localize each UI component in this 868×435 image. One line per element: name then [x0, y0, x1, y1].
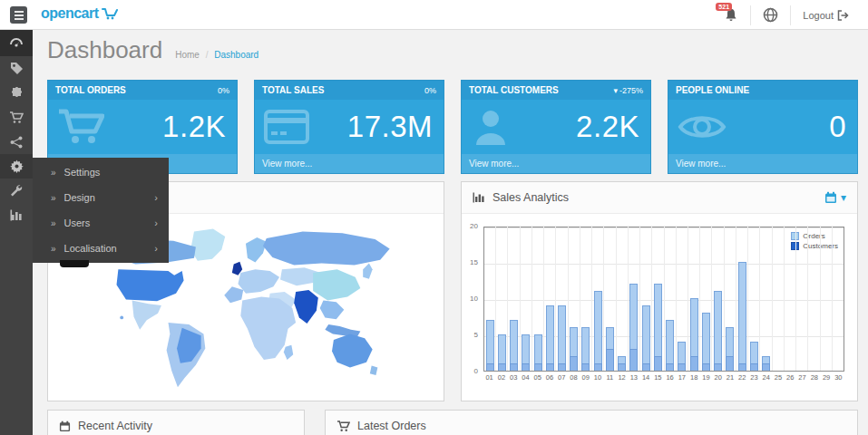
customers-bar [546, 363, 554, 371]
orders-bar [738, 262, 746, 371]
double-chevron-icon: » [51, 218, 56, 228]
x-tick-label: 10 [591, 373, 603, 382]
breadcrumb-current-link[interactable]: Dashboard [214, 50, 258, 60]
stores-button[interactable] [751, 0, 790, 30]
panel-title: Recent Activity [78, 420, 152, 432]
chart-slot [808, 226, 820, 371]
customers-bar [726, 356, 734, 371]
dashboard-icon [9, 37, 24, 50]
opencart-logo[interactable]: opencart [41, 5, 118, 22]
x-tick-label: 25 [772, 373, 784, 382]
submenu-item-settings[interactable]: »Settings [33, 160, 169, 185]
customers-bar [666, 363, 674, 371]
tile-title: PEOPLE ONLINE [676, 85, 749, 95]
x-tick-label: 04 [520, 373, 532, 382]
chart-slot [712, 226, 724, 371]
x-tick-label: 29 [820, 373, 832, 382]
logout-button[interactable]: Logout [791, 0, 861, 30]
sidebar-item-marketing[interactable] [0, 130, 33, 154]
customers-bar [581, 363, 590, 371]
x-tick-label: 05 [532, 373, 543, 382]
x-tick-label: 19 [700, 373, 712, 382]
cart-icon [9, 111, 24, 124]
sidebar-item-sales[interactable] [0, 105, 33, 130]
customers-bar [702, 363, 710, 371]
tile-value: 2.2K [576, 110, 639, 144]
x-tick-label: 24 [760, 373, 772, 382]
customers-bar [690, 356, 698, 371]
x-tick-label: 02 [495, 373, 507, 382]
sales-chart-plot: Orders Customers [483, 227, 844, 372]
y-tick-label: 5 [463, 331, 478, 339]
submenu-item-users[interactable]: »Users› [33, 210, 169, 236]
y-tick-label: 20 [463, 222, 478, 230]
view-more-link[interactable]: View more... [668, 154, 857, 173]
customers-bar [510, 363, 518, 371]
sales-chart-xlabels: 0102030405060708091011121314151617181920… [483, 373, 844, 382]
calendar-icon [824, 191, 837, 204]
recent-activity-header: Recent Activity [48, 411, 304, 435]
x-tick-label: 03 [508, 373, 520, 382]
tile-total-sales: TOTAL SALES 0% 17.3M View more... [254, 80, 444, 174]
chart-slot [785, 226, 796, 371]
submenu-notch [60, 260, 89, 267]
submenu-item-label: Settings [64, 167, 101, 178]
tile-change: -275% [619, 86, 643, 95]
view-more-link[interactable]: View more... [255, 154, 444, 173]
chart-slot [677, 226, 688, 371]
sidebar-item-system[interactable] [0, 154, 33, 179]
submenu-item-label: Users [64, 218, 91, 228]
tile-value: 17.3M [347, 110, 433, 144]
date-range-button[interactable]: ▾ [824, 191, 846, 204]
chart-slot [544, 226, 556, 371]
x-tick-label: 06 [543, 373, 555, 382]
x-tick-label: 12 [616, 373, 628, 382]
chart-slot [569, 226, 580, 371]
tile-change: 0% [424, 86, 436, 95]
sidebar-item-extensions[interactable] [0, 81, 33, 105]
logo-text: opencart [41, 5, 99, 22]
submenu-item-localisation[interactable]: »Localisation› [33, 236, 169, 261]
sidebar-item-tools[interactable] [0, 179, 33, 203]
chart-slot [700, 226, 712, 371]
x-tick-label: 23 [748, 373, 760, 382]
double-chevron-icon: » [51, 168, 56, 178]
logo-cart-icon [102, 7, 118, 20]
chart-slot [532, 226, 544, 371]
system-submenu: »Settings»Design›»Users›»Localisation› [33, 158, 169, 263]
user-icon [471, 107, 511, 147]
latest-orders-header: Latest Orders [326, 411, 857, 435]
tile-title: TOTAL ORDERS [55, 85, 126, 95]
wrench-icon [10, 185, 23, 198]
breadcrumb-home-link[interactable]: Home [175, 50, 200, 60]
customers-bar [486, 363, 494, 371]
customers-bar [534, 363, 542, 371]
submenu-item-design[interactable]: »Design› [33, 185, 169, 210]
sidebar-item-catalog[interactable] [0, 56, 33, 81]
sidebar-item-dashboard[interactable] [0, 30, 33, 56]
share-icon [10, 136, 23, 149]
chart-slot [833, 226, 844, 371]
customers-bar [738, 363, 746, 371]
tile-value: 0 [829, 110, 846, 144]
menu-toggle-button[interactable] [10, 6, 27, 24]
chart-slot [736, 226, 748, 371]
notifications-button[interactable]: 521 [712, 0, 750, 30]
x-tick-label: 21 [724, 373, 736, 382]
credit-card-icon [264, 110, 309, 144]
tag-icon [10, 62, 24, 75]
breadcrumb-separator: / [206, 50, 209, 60]
chart-slot [760, 226, 772, 371]
chart-slot [592, 226, 604, 371]
chart-slot [665, 226, 677, 371]
customers-bar [762, 363, 770, 371]
chart-slot [604, 226, 616, 371]
x-tick-label: 20 [712, 373, 724, 382]
x-tick-label: 13 [628, 373, 639, 382]
double-chevron-icon: » [51, 193, 56, 203]
x-tick-label: 28 [808, 373, 820, 382]
view-more-link[interactable]: View more... [462, 154, 650, 173]
customers-bar [522, 363, 530, 371]
down-caret-icon: ▾ [613, 86, 618, 95]
sidebar-item-reports[interactable] [0, 203, 33, 227]
